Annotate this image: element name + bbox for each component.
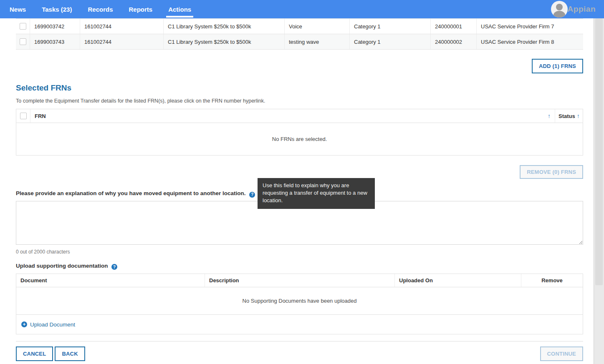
top-navigation-bar: News Tasks (23) Records Reports Actions … bbox=[0, 0, 604, 18]
help-icon[interactable]: ? bbox=[249, 192, 255, 198]
explanation-label: Please provide an explanation of why you… bbox=[16, 190, 246, 196]
row-checkbox[interactable] bbox=[20, 38, 26, 45]
help-tooltip: Use this field to explain why you are re… bbox=[258, 178, 375, 209]
scrollbar-thumb[interactable] bbox=[595, 18, 603, 285]
uploaded-on-column-header: Uploaded On bbox=[395, 274, 521, 287]
service-type-cell: testing wave bbox=[285, 34, 350, 49]
appian-logo: Appian bbox=[568, 0, 596, 18]
row-checkbox[interactable] bbox=[20, 23, 26, 30]
table-row: 1699003743 161002744 C1 Library System $… bbox=[16, 34, 583, 50]
service-type-cell: Voice bbox=[285, 19, 350, 34]
help-icon[interactable]: ? bbox=[111, 264, 117, 270]
status-column-header[interactable]: Status bbox=[559, 113, 575, 119]
service-provider-cell: USAC Service Provider Firm 7 bbox=[477, 19, 583, 34]
nav-tab-news[interactable]: News bbox=[3, 0, 32, 18]
character-counter: 0 out of 2000 characters bbox=[16, 249, 583, 255]
frn-number-cell: 1699003742 bbox=[30, 19, 80, 34]
documents-table: Document Description Uploaded On Remove … bbox=[16, 274, 583, 334]
entity-name-cell: C1 Library System $250k to $500k bbox=[164, 34, 285, 49]
selected-frns-table: FRN ↑ Status ↑ No FRNs are selected. bbox=[16, 109, 583, 156]
plus-circle-icon: + bbox=[21, 321, 27, 327]
vertical-scrollbar[interactable] bbox=[594, 18, 604, 364]
continue-button[interactable]: CONTINUE bbox=[540, 346, 584, 361]
select-all-checkbox[interactable] bbox=[20, 113, 27, 119]
nav-tab-actions[interactable]: Actions bbox=[162, 0, 197, 18]
category-cell: Category 1 bbox=[350, 19, 431, 34]
frn-number-cell: 1699003743 bbox=[30, 34, 80, 49]
explanation-section: Please provide an explanation of why you… bbox=[16, 190, 583, 255]
documents-table-header: Document Description Uploaded On Remove bbox=[16, 274, 583, 287]
nav-tab-reports[interactable]: Reports bbox=[122, 0, 159, 18]
frn-column-header[interactable]: FRN bbox=[35, 113, 46, 119]
app-number-cell: 240000002 bbox=[431, 34, 477, 49]
upload-document-link[interactable]: + Upload Document bbox=[21, 321, 75, 328]
avatar-silhouette-icon bbox=[553, 11, 565, 18]
app-number-cell: 240000001 bbox=[431, 19, 477, 34]
document-column-header: Document bbox=[16, 274, 205, 287]
selected-frns-title: Selected FRNs bbox=[16, 83, 583, 93]
page-content: 1699003742 161002744 C1 Library System $… bbox=[16, 18, 583, 361]
table-row: 1699003742 161002744 C1 Library System $… bbox=[16, 19, 583, 34]
no-frns-selected-message: No FRNs are selected. bbox=[16, 123, 583, 155]
upload-section-label-row: Upload supporting documentation ? bbox=[16, 263, 583, 270]
remove-column-header: Remove bbox=[521, 274, 583, 287]
entity-name-cell: C1 Library System $250k to $500k bbox=[164, 19, 285, 34]
selected-frns-instructions: To complete the Equipment Transfer detai… bbox=[16, 98, 583, 104]
nav-tab-records[interactable]: Records bbox=[81, 0, 119, 18]
frn-pool-table: 1699003742 161002744 C1 Library System $… bbox=[16, 18, 583, 50]
remove-frns-button[interactable]: REMOVE (0) FRNS bbox=[520, 165, 583, 179]
avatar-silhouette-icon bbox=[556, 4, 563, 10]
cancel-button[interactable]: CANCEL bbox=[16, 346, 53, 361]
ben-cell: 161002744 bbox=[80, 19, 164, 34]
service-provider-cell: USAC Service Provider Firm 8 bbox=[477, 34, 583, 49]
footer-actions: CANCEL BACK CONTINUE bbox=[16, 346, 583, 361]
sort-ascending-icon[interactable]: ↑ bbox=[548, 113, 551, 119]
category-cell: Category 1 bbox=[350, 34, 431, 49]
no-documents-message: No Supporting Documents have been upload… bbox=[16, 287, 583, 315]
description-column-header: Description bbox=[205, 274, 395, 287]
upload-documentation-label: Upload supporting documentation bbox=[16, 263, 108, 269]
upload-document-row: + Upload Document bbox=[16, 315, 583, 334]
ben-cell: 161002744 bbox=[80, 34, 164, 49]
upload-document-label: Upload Document bbox=[30, 321, 75, 328]
selected-frns-table-header: FRN ↑ Status ↑ bbox=[16, 109, 583, 123]
back-button[interactable]: BACK bbox=[55, 346, 85, 361]
footer-divider bbox=[16, 341, 583, 341]
user-avatar[interactable] bbox=[551, 1, 568, 18]
add-frns-button[interactable]: ADD (1) FRNS bbox=[532, 59, 583, 73]
nav-tab-tasks[interactable]: Tasks (23) bbox=[35, 0, 78, 18]
sort-ascending-icon[interactable]: ↑ bbox=[577, 113, 580, 119]
